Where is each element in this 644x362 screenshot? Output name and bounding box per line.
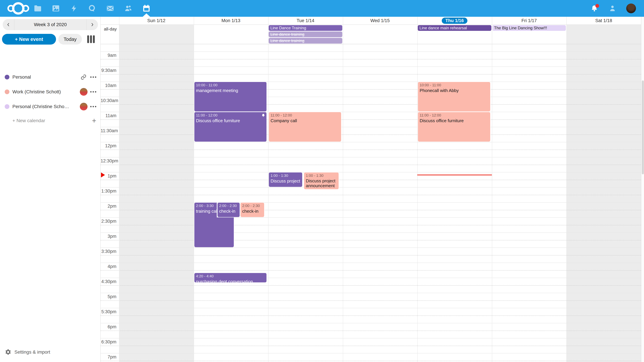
scrollbar-thumb[interactable] <box>642 80 644 174</box>
time-grid[interactable]: 9am9:30am10am10:30am11am11:30am12pm12:30… <box>100 44 641 362</box>
current-time-arrow <box>101 172 105 177</box>
notification-dot <box>595 4 599 8</box>
event[interactable]: 10:00 - 11:00management meeting <box>194 82 267 112</box>
day-header[interactable]: Mon 1/13 <box>194 17 268 24</box>
all-day-label: all-day <box>100 26 117 32</box>
hour-gridline <box>100 97 641 97</box>
all-day-cell[interactable]: The Big Line Dancing Show!!! <box>492 25 566 31</box>
day-header[interactable]: Sun 1/12 <box>119 17 194 24</box>
event[interactable]: 11:00 - 12:00Discuss office furniture <box>194 112 267 142</box>
minor-gridline <box>100 331 641 331</box>
event-title: Discuss project announcement <box>306 178 337 188</box>
hour-gridline <box>100 263 641 263</box>
all-day-event[interactable]: Line dance main rehearsal <box>418 25 492 31</box>
event[interactable]: 11:00 - 12:00Discuss office furniture <box>418 112 490 142</box>
app-icon-activity[interactable] <box>69 4 79 13</box>
event-title: Discuss office furniture <box>420 118 488 123</box>
day-header-row: Sun 1/12Mon 1/13Tue 1/14Wed 1/15Thu 1/16… <box>100 17 641 24</box>
today-pill: Thu 1/16 <box>442 17 468 24</box>
active-app-indicator <box>143 13 150 17</box>
event[interactable]: 1:00 - 1:30Discuss project announcement <box>268 172 302 187</box>
day-header[interactable]: Fri 1/17 <box>492 17 566 24</box>
event[interactable]: 1:00 - 1:30Discuss project announcement <box>304 172 339 190</box>
view-toggle-button[interactable] <box>87 35 95 43</box>
event[interactable]: 11:00 - 12:00Company call <box>268 112 342 142</box>
day-header-label: Wed 1/15 <box>370 18 390 23</box>
notifications-button[interactable] <box>590 4 599 13</box>
app-icon-mail[interactable] <box>106 4 115 13</box>
minor-gridline <box>100 74 641 75</box>
day-header-label: Tue 1/14 <box>297 18 314 23</box>
minor-gridline <box>100 346 641 346</box>
minor-gridline <box>100 300 641 301</box>
minor-gridline <box>100 361 641 361</box>
all-day-cell[interactable]: Line dance main rehearsal <box>417 25 492 31</box>
all-day-event[interactable]: The Big Line Dancing Show!!! <box>492 25 566 31</box>
event[interactable]: 10:00 - 11:00Phonecall with Abby <box>418 82 490 112</box>
menu-dot <box>92 106 94 107</box>
day-header-label: Sat 1/18 <box>595 18 612 23</box>
all-day-event[interactable]: Line Dance Training <box>269 25 342 31</box>
app-icon-files[interactable] <box>33 4 42 13</box>
nextcloud-logo[interactable] <box>8 0 29 17</box>
week-label[interactable]: Week 3 of 2020 <box>14 19 86 30</box>
user-avatar[interactable] <box>626 3 636 13</box>
time-label: 5pm <box>100 294 116 299</box>
contacts-icon <box>124 4 132 12</box>
time-label: 5:30pm <box>100 309 116 314</box>
day-header[interactable]: Thu 1/16 <box>417 17 492 24</box>
time-label: 6pm <box>100 324 116 330</box>
column-border <box>268 17 268 362</box>
all-day-divider <box>100 44 641 44</box>
day-header[interactable]: Tue 1/14 <box>268 17 343 24</box>
app-icon-contacts[interactable] <box>124 4 133 13</box>
calendar-actions-menu[interactable] <box>88 91 96 92</box>
app-icon-calendar[interactable] <box>142 4 151 13</box>
menu-dot <box>90 76 92 78</box>
vertical-scrollbar[interactable] <box>641 17 644 362</box>
time-label: 1:30pm <box>100 189 116 194</box>
time-label: 3:30pm <box>100 249 116 254</box>
menu-dot <box>95 76 96 78</box>
contacts-menu-button[interactable] <box>608 4 617 13</box>
event-time: 2:00 - 2:30 <box>219 204 238 208</box>
app-icon-photos[interactable] <box>51 4 60 13</box>
time-label: 2:30pm <box>100 219 116 224</box>
column-border <box>119 17 120 362</box>
new-calendar-label: + New calendar <box>12 118 92 123</box>
next-week-button[interactable] <box>86 19 98 30</box>
all-day-event[interactable]: Line dance training <box>269 31 342 37</box>
week-navigation: Week 3 of 2020 <box>3 19 98 30</box>
day-header[interactable]: Sat 1/18 <box>566 17 641 24</box>
settings-import-button[interactable]: Settings & import <box>0 346 100 358</box>
time-label: 2pm <box>100 204 116 209</box>
day-header[interactable]: Wed 1/15 <box>343 17 418 24</box>
time-label: 12pm <box>100 143 116 148</box>
event-time: 11:00 - 12:00 <box>420 113 488 117</box>
all-day-cell[interactable]: Line Dance TrainingLine dance trainingLi… <box>268 25 343 44</box>
share-link-icon[interactable] <box>80 73 88 81</box>
calendar-list-item[interactable]: Personal <box>0 70 100 84</box>
minor-gridline <box>100 134 641 135</box>
all-day-event[interactable]: Line dance training <box>269 38 342 43</box>
calendar-list-item[interactable]: Personal (Christine Scho… <box>0 99 100 114</box>
minor-gridline <box>100 210 641 210</box>
hour-gridline <box>100 66 641 67</box>
event[interactable]: 2:00 - 2:30check-in <box>240 202 264 217</box>
previous-week-button[interactable] <box>3 19 14 30</box>
calendar-actions-menu[interactable] <box>88 76 96 78</box>
event[interactable]: 4:20 - 4:40purchasing dept conversation <box>194 273 267 283</box>
calendar-actions-menu[interactable] <box>88 106 96 107</box>
event[interactable]: 2:00 - 2:30check-in <box>217 202 240 217</box>
new-event-button[interactable]: + New event <box>2 34 56 44</box>
event-title: check-in <box>219 209 238 214</box>
time-label: 9am <box>100 53 116 58</box>
calendar-list-item[interactable]: Work (Christine Schott) <box>0 84 100 99</box>
menu-dot <box>92 91 94 92</box>
new-calendar-button[interactable]: + New calendar+ <box>0 114 100 127</box>
today-button[interactable]: Today <box>58 34 82 44</box>
calendar-name: Work (Christine Schott) <box>12 89 80 94</box>
calendar-week-view: Sun 1/12Mon 1/13Tue 1/14Wed 1/15Thu 1/16… <box>100 17 641 362</box>
app-icon-talk[interactable] <box>88 4 97 13</box>
hour-gridline <box>100 82 641 82</box>
